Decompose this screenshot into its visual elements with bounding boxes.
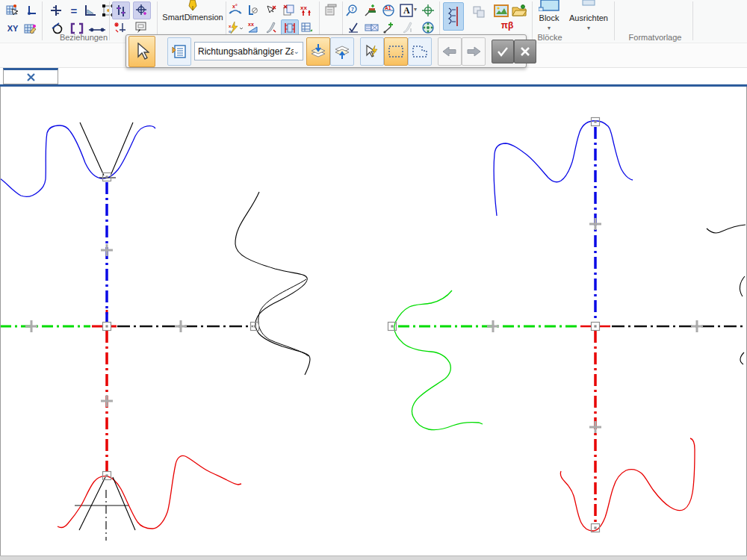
xy-coordinates-icon[interactable]: XY — [4, 20, 21, 37]
crosshair-point-icon[interactable] — [133, 1, 151, 19]
cross-marker — [691, 320, 703, 332]
svg-text:o: o — [229, 29, 232, 34]
endpoint-markers[interactable] — [103, 118, 600, 532]
right-gear-red-spline — [560, 438, 695, 531]
arrow-left-icon — [442, 46, 457, 57]
layers-down-icon — [310, 43, 326, 60]
square-marker — [592, 118, 600, 126]
select-tool-button[interactable] — [128, 36, 155, 67]
text-dropdown-arrow[interactable]: ▾ — [414, 6, 417, 13]
poly-fence-icon — [412, 45, 428, 58]
smart-depth-icon[interactable]: xo — [227, 19, 244, 36]
left-top-flank-lines — [80, 122, 133, 178]
rect-fence-button[interactable] — [384, 37, 408, 66]
ausrichten-label: Ausrichten — [569, 13, 608, 22]
delete-dimension-icon[interactable] — [263, 2, 279, 19]
cross-marker — [25, 320, 37, 332]
grid-cursor-icon[interactable] — [4, 2, 21, 19]
fence-mode-combobox[interactable]: Richtungsabhängiger Zaun ⌄ — [194, 42, 303, 60]
add-leader-icon[interactable] — [382, 19, 398, 36]
select-command-bar: Richtungsabhängiger Zaun ⌄ — [125, 34, 527, 68]
accept-button[interactable] — [492, 40, 514, 63]
bottom-tooth-flank-lines — [79, 477, 135, 530]
axis-icon[interactable] — [24, 2, 40, 19]
trim-points-icon[interactable] — [112, 19, 128, 36]
cross-marker — [589, 421, 601, 433]
relation-connect-points-icon[interactable] — [112, 1, 130, 19]
tab-close-icon[interactable] — [26, 72, 36, 82]
check-icon — [497, 46, 509, 57]
block-button[interactable]: Block ▾ — [535, 0, 563, 33]
pi-beta-text: πβ — [501, 20, 514, 31]
zoom-seven-icon[interactable]: 7 — [344, 2, 361, 19]
feature-frame-icon[interactable] — [364, 19, 380, 36]
far-right-black-arc-3 — [740, 352, 744, 364]
text-box-icon[interactable]: A — [398, 2, 415, 19]
svg-text:xx: xx — [300, 4, 307, 11]
relation-equal-icon[interactable]: = — [66, 2, 82, 19]
layers-up-icon — [334, 43, 350, 60]
square-marker — [592, 323, 600, 331]
ribbon-divider — [614, 1, 615, 40]
top-layer-button[interactable] — [306, 37, 330, 66]
cross-marker — [101, 395, 113, 407]
ausrichten-dropdown-arrow: ▾ — [587, 25, 590, 31]
bottom-layer-button[interactable] — [330, 37, 354, 66]
smartdimension-label: SmartDimension — [162, 13, 223, 22]
cursor-flash-icon — [365, 44, 379, 59]
balloon-a1-icon[interactable]: A1 — [380, 2, 397, 19]
smartdimension-pen-icon — [187, 0, 198, 10]
move-dimension-icon[interactable] — [299, 19, 315, 36]
datum-check-icon[interactable] — [346, 19, 362, 36]
poly-fence-button[interactable] — [408, 37, 432, 66]
style-brush-icon[interactable] — [263, 19, 279, 36]
coordinate-dimension-icon[interactable]: xx — [245, 19, 261, 36]
block-label: Block — [539, 13, 560, 22]
cross-marker — [589, 218, 601, 230]
far-right-black-arc-1 — [707, 225, 746, 233]
bottom-edge-bar — [0, 556, 747, 560]
copy-dimension-icon[interactable] — [281, 2, 297, 19]
relation-hv-icon[interactable] — [48, 2, 64, 19]
dimension-pair-icon[interactable]: xx — [299, 2, 315, 19]
close-icon — [520, 46, 530, 57]
disabled-brush-icon[interactable] — [400, 19, 416, 36]
bolt-circle-icon[interactable] — [420, 19, 436, 36]
grid-edit-icon[interactable] — [22, 20, 39, 37]
combobox-chevron-icon: ⌄ — [294, 47, 300, 55]
relation-perpendicular-icon[interactable] — [82, 2, 99, 19]
distance-diameter-icon[interactable] — [245, 2, 261, 19]
previous-button[interactable] — [438, 37, 462, 66]
sketch-svg — [1, 87, 746, 556]
group-label-beziehungen: Beziehungen — [60, 33, 108, 42]
middle-green-spline — [394, 290, 483, 430]
ausrichten-icon — [581, 0, 596, 6]
properties-list-icon — [172, 44, 187, 59]
xy-text: XY — [7, 24, 19, 33]
fence-pattern-icon[interactable] — [443, 2, 464, 31]
stamp-icon[interactable] — [323, 2, 339, 19]
document-tab-strip — [0, 67, 747, 85]
block-dropdown-arrow: ▾ — [548, 25, 551, 31]
block-icon — [539, 0, 560, 11]
smartdimension-button[interactable]: SmartDimension — [160, 0, 226, 33]
square-marker — [103, 472, 111, 480]
angle-between-icon[interactable]: x° — [227, 2, 244, 19]
quickpick-button[interactable] — [360, 37, 384, 66]
leader-stamp-icon[interactable] — [362, 2, 379, 19]
left-gear-blue-spline — [1, 125, 155, 196]
document-tab[interactable] — [3, 68, 58, 84]
symbols-icon[interactable]: πβ — [496, 17, 518, 34]
center-mark-icon[interactable] — [420, 2, 436, 19]
ribbon-divider — [109, 1, 110, 40]
next-button[interactable] — [462, 37, 486, 66]
drawing-canvas[interactable] — [0, 87, 747, 556]
group-squares-icon[interactable] — [471, 4, 487, 20]
cancel-button[interactable] — [514, 40, 536, 63]
picture-icon[interactable] — [493, 2, 509, 19]
properties-button[interactable] — [167, 37, 191, 66]
equal-text: = — [71, 4, 78, 17]
ausrichten-button[interactable]: Ausrichten ▾ — [565, 0, 613, 33]
open-folder-icon[interactable] — [511, 2, 527, 19]
offset-rect-icon[interactable] — [133, 19, 149, 36]
